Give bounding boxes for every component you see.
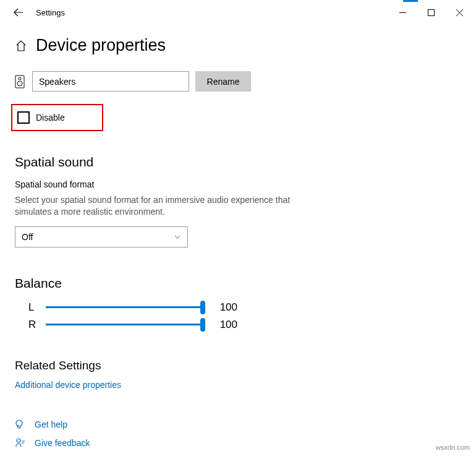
- maximize-button[interactable]: [417, 2, 445, 22]
- page-title: Device properties: [36, 36, 166, 55]
- active-window-indicator: [403, 0, 418, 2]
- svg-point-8: [17, 439, 20, 442]
- svg-point-7: [16, 420, 22, 426]
- give-feedback-link[interactable]: Give feedback: [35, 438, 90, 448]
- rename-button[interactable]: Rename: [195, 71, 251, 92]
- disable-label: Disable: [36, 113, 65, 123]
- back-icon[interactable]: [12, 6, 25, 19]
- related-heading: Related Settings: [15, 359, 461, 372]
- home-icon[interactable]: [15, 40, 27, 52]
- device-name-input[interactable]: [32, 71, 189, 92]
- balance-left-label: L: [28, 301, 37, 314]
- spatial-heading: Spatial sound: [15, 155, 461, 170]
- close-button[interactable]: [445, 2, 474, 22]
- chevron-down-icon: [174, 233, 181, 241]
- svg-point-6: [17, 81, 22, 86]
- feedback-icon: [15, 437, 26, 449]
- disable-checkbox[interactable]: [17, 111, 30, 124]
- balance-right-value: 100: [220, 319, 237, 331]
- balance-left-row: L 100: [15, 301, 237, 314]
- balance-right-label: R: [28, 319, 37, 331]
- balance-right-row: R 100: [15, 318, 237, 332]
- balance-right-slider[interactable]: [46, 318, 205, 332]
- get-help-link[interactable]: Get help: [35, 419, 67, 429]
- minimize-button[interactable]: [388, 2, 417, 22]
- spatial-selected-value: Off: [22, 232, 33, 242]
- spatial-format-select[interactable]: Off: [15, 226, 188, 247]
- balance-left-slider[interactable]: [46, 301, 205, 314]
- balance-left-value: 100: [220, 301, 237, 314]
- window-title: Settings: [36, 8, 65, 17]
- balance-heading: Balance: [15, 276, 461, 291]
- watermark: wsxdn.com: [436, 444, 470, 451]
- additional-properties-link[interactable]: Additional device properties: [15, 380, 461, 390]
- svg-point-5: [19, 77, 21, 80]
- spatial-description: Select your spatial sound format for an …: [15, 194, 305, 218]
- svg-rect-1: [428, 9, 434, 15]
- spatial-format-label: Spatial sound format: [15, 179, 461, 189]
- disable-highlight: Disable: [11, 104, 103, 131]
- speaker-icon: [15, 75, 26, 88]
- titlebar: Settings: [0, 0, 476, 25]
- help-icon: [15, 419, 26, 430]
